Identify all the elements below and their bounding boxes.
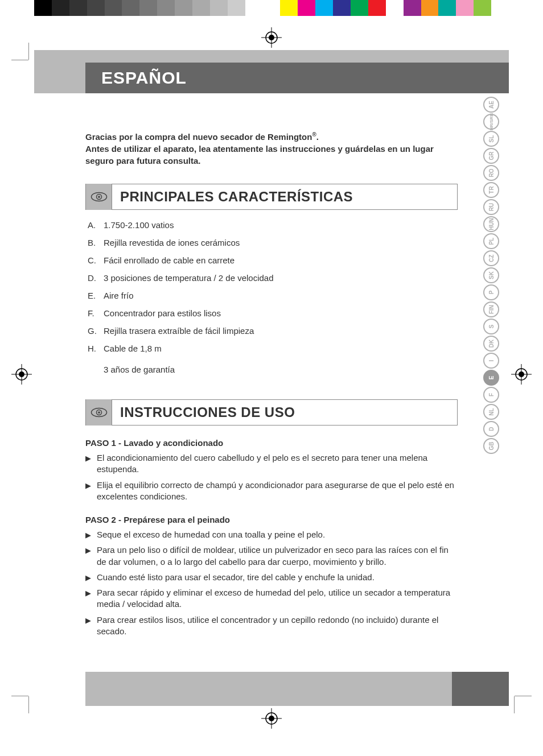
feature-label: D.	[88, 273, 104, 283]
feature-label: A.	[88, 220, 104, 230]
footer-dark-block	[452, 672, 509, 706]
step-item: ▶Para crear estilos lisos, utilice el co…	[85, 614, 458, 638]
step-item: ▶Para secar rápido y eliminar el exceso …	[85, 587, 458, 610]
step-list: ▶El acondicionamiento del cuero cabellud…	[85, 452, 458, 502]
feature-item: E.Aire frío	[88, 291, 458, 300]
step-item: ▶Seque el exceso de humedad con una toal…	[85, 529, 458, 540]
step-item-text: El acondicionamiento del cuero cabelludo…	[97, 452, 458, 476]
intro-line1: Gracias por la compra del nuevo secador …	[85, 132, 319, 142]
feature-text: Aire frío	[104, 291, 134, 300]
language-tab-dk[interactable]: DK	[483, 336, 499, 352]
step-title: PASO 1 - Lavado y acondicionado	[85, 438, 458, 448]
triangle-bullet-icon: ▶	[85, 480, 97, 503]
feature-item: C.Fácil enrollado de cable en carrete	[88, 255, 458, 265]
color-swatch	[52, 0, 69, 16]
feature-text: Cable de 1,8 m	[104, 344, 162, 353]
language-tab-fin[interactable]: FIN	[483, 301, 499, 317]
color-swatch	[404, 0, 421, 16]
intro-line2: Antes de utilizar el aparato, lea atenta…	[85, 144, 434, 166]
page-title-bar: ESPAÑOL	[85, 63, 509, 93]
feature-item: D.3 posiciones de temperatura / 2 de vel…	[88, 273, 458, 283]
triangle-bullet-icon: ▶	[85, 544, 97, 568]
language-tab-gr[interactable]: GR	[483, 148, 499, 164]
color-swatch	[157, 0, 175, 16]
step-item-text: Cuando esté listo para usar el secador, …	[97, 572, 375, 583]
feature-text: 1.750-2.100 vatios	[104, 220, 174, 230]
triangle-bullet-icon: ▶	[85, 614, 97, 638]
language-tab-cz[interactable]: CZ	[483, 250, 499, 266]
color-swatch	[421, 0, 439, 16]
language-tab-i[interactable]: I	[483, 353, 499, 369]
color-swatch	[87, 0, 105, 16]
language-tab-f[interactable]: F	[483, 387, 499, 403]
language-tab-sk[interactable]: SK	[483, 267, 499, 283]
feature-item: B.Rejilla revestida de iones cerámicos	[88, 238, 458, 247]
color-swatch	[210, 0, 228, 16]
features-list: A.1.750-2.100 vatiosB.Rejilla revestida …	[85, 220, 458, 353]
section-title-features: PRINCIPALES CARACTERÍSTICAS	[112, 189, 353, 205]
language-tab-gb[interactable]: GB	[483, 438, 499, 454]
feature-text: 3 posiciones de temperatura / 2 de veloc…	[104, 273, 274, 283]
color-swatch	[105, 0, 122, 16]
language-tab-ae[interactable]: AE	[483, 97, 499, 113]
step-item-text: Seque el exceso de humedad con una toall…	[97, 529, 325, 540]
color-swatch	[192, 0, 210, 16]
feature-label: F.	[88, 308, 104, 318]
color-swatch	[438, 0, 456, 16]
section-header-usage: INSTRUCCIONES DE USO	[85, 399, 458, 425]
registration-mark-icon	[261, 27, 282, 48]
feature-item: F.Concentrador para estilos lisos	[88, 308, 458, 318]
step-item-text: Para crear estilos lisos, utilice el con…	[97, 614, 458, 638]
feature-text: Concentrador para estilos lisos	[104, 308, 221, 318]
feature-text: Fácil enrollado de cable en carrete	[104, 255, 235, 265]
language-tab-p[interactable]: P	[483, 284, 499, 300]
step-item: ▶Para un pelo liso o difícil de moldear,…	[85, 544, 458, 568]
triangle-bullet-icon: ▶	[85, 529, 97, 540]
feature-text: Rejilla trasera extraíble de fácil limpi…	[104, 326, 254, 336]
step-list: ▶Seque el exceso de humedad con una toal…	[85, 529, 458, 637]
color-swatch	[351, 0, 368, 16]
triangle-bullet-icon: ▶	[85, 587, 97, 610]
color-swatch	[263, 0, 281, 16]
crop-mark	[17, 685, 40, 708]
feature-label: B.	[88, 238, 104, 247]
feature-text: Rejilla revestida de iones cerámicos	[104, 238, 240, 247]
page-title: ESPAÑOL	[101, 68, 187, 88]
feature-label: E.	[88, 291, 104, 300]
language-tab-d[interactable]: D	[483, 421, 499, 437]
step-item-text: Para secar rápido y eliminar el exceso d…	[97, 587, 458, 610]
language-tab-ro[interactable]: RO	[483, 165, 499, 181]
language-selector-strip: GBDNLFEIDKSFINPSKCZPLHUNRUTRROGRSLHR/SRB…	[482, 97, 501, 454]
warranty-text: 3 años de garantía	[85, 365, 458, 374]
language-tab-tr[interactable]: TR	[483, 182, 499, 198]
step-title: PASO 2 - Prepárese para el peinado	[85, 515, 458, 524]
language-tab-pl[interactable]: PL	[483, 233, 499, 249]
language-tab-hun[interactable]: HUN	[483, 216, 499, 232]
language-tab-nl[interactable]: NL	[483, 404, 499, 420]
language-tab-e[interactable]: E	[483, 370, 499, 386]
step-item: ▶El acondicionamiento del cuero cabellud…	[85, 452, 458, 476]
color-swatch	[491, 0, 509, 16]
color-swatch	[280, 0, 298, 16]
eye-icon	[86, 184, 112, 210]
svg-point-21	[98, 411, 100, 414]
language-tab-hrsrb[interactable]: HR/SRB	[483, 114, 499, 130]
step-item: ▶Cuando esté listo para usar el secador,…	[85, 572, 458, 583]
color-swatch	[474, 0, 491, 16]
feature-item: H.Cable de 1,8 m	[88, 344, 458, 353]
color-swatch	[175, 0, 192, 16]
color-calibration-bar	[34, 0, 509, 16]
color-swatch	[245, 0, 263, 16]
language-tab-sl[interactable]: SL	[483, 131, 499, 147]
step-item-text: Para un pelo liso o difícil de moldear, …	[97, 544, 458, 568]
registration-mark-icon	[11, 364, 32, 385]
color-swatch	[298, 0, 315, 16]
section-title-usage: INSTRUCCIONES DE USO	[112, 404, 295, 420]
triangle-bullet-icon: ▶	[85, 452, 97, 476]
feature-label: C.	[88, 255, 104, 265]
feature-label: G.	[88, 326, 104, 336]
language-tab-ru[interactable]: RU	[483, 199, 499, 215]
language-tab-s[interactable]: S	[483, 319, 499, 334]
color-swatch	[228, 0, 245, 16]
intro-paragraph: Gracias por la compra del nuevo secador …	[85, 131, 458, 167]
